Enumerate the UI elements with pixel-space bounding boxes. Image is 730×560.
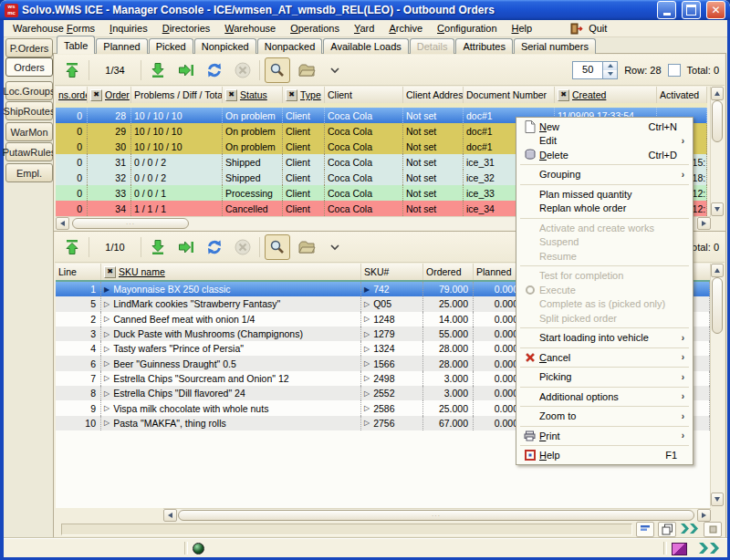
- column-header-type[interactable]: ✖Type: [283, 87, 325, 103]
- context-menu-item-help[interactable]: HelpF1: [517, 449, 692, 463]
- expand-triangle-icon[interactable]: ▷: [364, 374, 370, 382]
- context-menu-item-start-loading-into-vehicle[interactable]: Start loading into vehicle›: [517, 331, 692, 346]
- expand-triangle-icon[interactable]: ▷: [364, 359, 370, 368]
- tab-planned[interactable]: Planned: [96, 38, 147, 54]
- mail-icon[interactable]: [672, 543, 687, 555]
- lines-vertical-scrollbar[interactable]: [710, 264, 724, 506]
- close-button[interactable]: ✕: [706, 1, 725, 19]
- filter-x-icon[interactable]: ✖: [558, 89, 569, 101]
- expand-triangle-icon[interactable]: ▷: [104, 359, 110, 368]
- filter-x-icon[interactable]: ✖: [90, 89, 102, 101]
- column-header-status[interactable]: ✖Status: [223, 87, 283, 103]
- column-header-activated[interactable]: Activated: [657, 87, 707, 103]
- search-icon[interactable]: [265, 57, 290, 83]
- filter-x-icon[interactable]: ✖: [225, 89, 237, 101]
- go-to-last-icon[interactable]: [146, 58, 170, 82]
- expand-triangle-icon[interactable]: ▷: [104, 404, 110, 412]
- open-folder-icon[interactable]: [295, 235, 318, 259]
- menubar-item-warehouse-forms[interactable]: Warehouse Forms: [5, 22, 102, 35]
- context-menu-item-picking[interactable]: Picking›: [517, 370, 692, 385]
- page-size-spinner[interactable]: 50: [572, 61, 618, 79]
- sidebar-item-orders[interactable]: Orders: [5, 57, 53, 77]
- expand-triangle-icon[interactable]: ▷: [364, 345, 370, 353]
- sidebar-item-shiproutes[interactable]: ShipRoutes: [5, 101, 53, 120]
- column-header-sku-name[interactable]: ✖SKU name: [101, 264, 361, 280]
- column-header-client[interactable]: Client: [325, 87, 403, 103]
- tab-nonpacked[interactable]: Nonpacked: [257, 38, 323, 54]
- go-to-next-icon[interactable]: [174, 235, 198, 259]
- context-menu-item-print[interactable]: Print›: [517, 429, 692, 443]
- menubar-item-operations[interactable]: Operations: [283, 22, 347, 35]
- menubar-item-archive[interactable]: Archive: [381, 22, 430, 35]
- context-menu-item-additional-options[interactable]: Additional options›: [517, 389, 692, 404]
- column-header-created[interactable]: ✖Created: [555, 87, 657, 103]
- context-menu-item-zoom-to[interactable]: Zoom to›: [517, 410, 692, 424]
- menu-quit[interactable]: Quit: [563, 22, 614, 36]
- filter-x-icon[interactable]: ✖: [286, 89, 297, 101]
- context-menu-item-grouping[interactable]: Grouping›: [517, 168, 692, 182]
- go-to-first-icon[interactable]: [60, 235, 84, 259]
- tab-nonpicked[interactable]: Nonpicked: [194, 38, 256, 54]
- expand-triangle-icon[interactable]: ▷: [364, 419, 370, 427]
- expand-triangle-icon[interactable]: ▷: [104, 389, 110, 398]
- sidebar-item-porders[interactable]: P.Orders: [5, 38, 53, 57]
- column-header-ordered[interactable]: Ordered: [423, 264, 474, 280]
- sidebar-item-locgroups[interactable]: Loc.Groups: [5, 81, 53, 100]
- total-checkbox[interactable]: [668, 64, 681, 77]
- sidebar-item-putawrules[interactable]: PutawRules: [5, 142, 53, 161]
- column-header-client-address[interactable]: Client Address: [403, 87, 464, 103]
- minimize-button[interactable]: [657, 1, 676, 19]
- expand-triangle-icon[interactable]: ▷: [364, 300, 370, 308]
- chevron-down-icon[interactable]: [323, 235, 347, 259]
- double-chevron-icon[interactable]: [698, 543, 722, 555]
- column-header-problems-diff-total[interactable]: Problems / Diff / Total: [131, 87, 223, 103]
- go-to-first-icon[interactable]: [60, 58, 84, 82]
- column-header-document-number[interactable]: Document Number: [464, 87, 555, 103]
- column-header-sku-[interactable]: SKU#: [361, 264, 423, 280]
- go-to-next-icon[interactable]: [174, 58, 198, 82]
- open-folder-icon[interactable]: [295, 58, 318, 82]
- expand-triangle-icon[interactable]: ▷: [104, 374, 110, 382]
- menubar-item-configuration[interactable]: Configuration: [430, 22, 504, 35]
- context-menu-item-replan-whole-order[interactable]: Replan whole order: [517, 202, 692, 216]
- context-menu-item-delete[interactable]: DeleteCtrl+D: [517, 148, 692, 162]
- refresh-icon[interactable]: [203, 58, 226, 82]
- tab-available-loads[interactable]: Available Loads: [323, 38, 408, 54]
- filter-x-icon[interactable]: ✖: [104, 266, 116, 278]
- tab-picked[interactable]: Picked: [149, 38, 193, 54]
- expand-triangle-icon[interactable]: ▷: [364, 330, 370, 338]
- small-box-icon[interactable]: [704, 522, 722, 537]
- chevron-down-icon[interactable]: [323, 58, 347, 82]
- view-bars-icon[interactable]: [636, 522, 654, 537]
- sidebar-item-empl[interactable]: Empl.: [5, 163, 53, 182]
- tab-serial-numbers[interactable]: Serial numbers: [514, 38, 596, 54]
- menubar-item-help[interactable]: Help: [505, 22, 540, 35]
- expand-triangle-icon[interactable]: ▷: [104, 300, 110, 308]
- copy-windows-icon[interactable]: [658, 522, 676, 537]
- go-to-last-icon[interactable]: [146, 235, 170, 259]
- menubar-item-inquiries[interactable]: Inquiries: [102, 22, 155, 35]
- expand-triangle-icon[interactable]: ▶: [104, 285, 110, 294]
- menubar-item-yard[interactable]: Yard: [347, 22, 381, 35]
- orders-vertical-scrollbar[interactable]: [710, 87, 724, 216]
- context-menu-item-cancel[interactable]: Cancel›: [517, 350, 692, 365]
- refresh-icon[interactable]: [203, 235, 226, 259]
- maximize-button[interactable]: [682, 1, 701, 19]
- sidebar-item-warmon[interactable]: WarMon: [5, 122, 53, 141]
- menubar-item-warehouse[interactable]: Warehouse: [217, 22, 283, 35]
- context-menu-item-new[interactable]: NewCtrl+N: [517, 119, 692, 134]
- expand-triangle-icon[interactable]: ▷: [104, 315, 110, 323]
- expand-triangle-icon[interactable]: ▷: [104, 419, 110, 427]
- search-icon[interactable]: [265, 234, 290, 260]
- expand-triangle-icon[interactable]: ▷: [364, 389, 370, 398]
- page-size-value[interactable]: 50: [573, 62, 602, 78]
- double-chevron-icon[interactable]: [680, 524, 700, 535]
- expand-triangle-icon[interactable]: ▷: [104, 345, 110, 353]
- tab-attributes[interactable]: Attributes: [455, 38, 512, 54]
- lines-horizontal-scrollbar[interactable]: ···: [163, 508, 711, 522]
- expand-triangle-icon[interactable]: ▷: [364, 315, 370, 323]
- context-menu-item-plan-missed-quantity[interactable]: Plan missed quantity: [517, 187, 692, 202]
- menubar-item-directories[interactable]: Directories: [155, 22, 218, 35]
- column-header-ns-order[interactable]: ns.order: [56, 87, 88, 103]
- expand-triangle-icon[interactable]: ▶: [364, 285, 370, 294]
